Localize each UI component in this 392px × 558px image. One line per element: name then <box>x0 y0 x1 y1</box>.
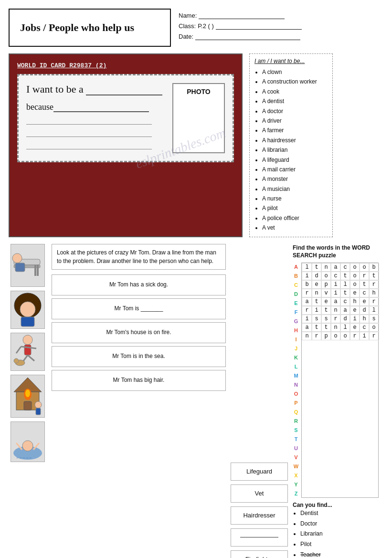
date-line: Date: <box>179 32 302 40</box>
id-card: WORLD ID CARD R29837 (2) I want to be a … <box>9 53 243 237</box>
picture-hair <box>11 291 45 329</box>
id-section: WORLD ID CARD R29837 (2) I want to be a … <box>9 53 383 237</box>
ws-cell-3-1: n <box>311 289 322 297</box>
ws-cell-4-3: a <box>330 297 341 306</box>
alphabet-letter-e: E <box>293 299 299 307</box>
iam-list-item: A doctor <box>262 106 328 116</box>
ws-cell-0-7: b <box>369 263 379 272</box>
svg-rect-19 <box>24 401 32 410</box>
alphabet-letter-t: T <box>293 435 299 443</box>
helper-blank-3 <box>231 528 288 547</box>
ws-cell-1-6: r <box>359 272 370 280</box>
iam-list-item: A lifeguard <box>262 155 328 165</box>
svg-line-12 <box>28 355 34 361</box>
class-underline[interactable] <box>216 22 302 30</box>
alphabet-letter-n: N <box>293 380 299 389</box>
ws-cell-5-7: l <box>369 306 379 315</box>
svg-rect-23 <box>36 408 41 415</box>
svg-point-25 <box>22 441 33 451</box>
iam-list-item: A mail carrier <box>262 165 328 174</box>
can-you-find-title: Can you find... <box>293 502 332 508</box>
ws-cell-2-5: o <box>350 280 360 289</box>
id-because: because <box>26 102 166 112</box>
svg-point-7 <box>20 302 35 317</box>
ws-title: Find the words in the WORD SEARCH puzzle <box>293 244 383 260</box>
find-item-librarian: Librarian <box>300 529 383 539</box>
mr-tom-item: Mr Tom has a sick dog. <box>52 274 226 295</box>
ws-cell-2-4: l <box>340 280 350 289</box>
ws-cell-0-3: a <box>330 263 341 272</box>
can-you-find: Can you find... DentistDoctorLibrarianPi… <box>293 502 383 558</box>
instructions-text: Look at the pictures of crazy Mr Tom. Dr… <box>57 249 216 264</box>
name-underline[interactable] <box>199 11 285 19</box>
ws-cell-8-0: n <box>302 332 312 340</box>
iam-list: A clownA construction workerA cookA dent… <box>254 67 328 233</box>
ws-grid: ltnacoobidoctortbepilotrrnvitechateacher… <box>301 263 379 498</box>
ws-cell-6-3: r <box>330 315 341 323</box>
ws-cell-7-2: t <box>321 323 331 332</box>
alphabet-letter-b: B <box>293 272 299 280</box>
ws-container: ABCDEFGHIJKLMNOPQRSTUVWXYZ ltnacoobidoct… <box>293 263 383 498</box>
ws-cell-2-6: t <box>359 280 370 289</box>
ws-cell-1-5: o <box>350 272 360 280</box>
iam-list-item: A librarian <box>262 145 328 155</box>
page-title: Jobs / People who help us <box>20 21 134 34</box>
ws-cell-7-3: n <box>330 323 341 332</box>
because-fill[interactable] <box>53 111 149 112</box>
iam-list-item: A police officer <box>262 213 328 223</box>
alphabet-letter-c: C <box>293 281 299 289</box>
ws-cell-5-4: a <box>340 306 350 315</box>
ws-cell-5-3: n <box>330 306 341 315</box>
id-card-header: WORLD ID CARD R29837 (2) <box>17 62 234 69</box>
ws-cell-1-2: o <box>321 272 331 280</box>
ws-cell-1-0: i <box>302 272 312 280</box>
ws-cell-1-3: c <box>330 272 341 280</box>
ws-cell-0-6: o <box>359 263 370 272</box>
date-underline[interactable] <box>195 32 300 40</box>
alphabet-letter-k: K <box>293 353 299 362</box>
alphabet-letter-x: X <box>293 471 299 480</box>
iam-list-item: A musician <box>262 184 328 194</box>
ws-cell-2-2: p <box>321 280 331 289</box>
svg-point-4 <box>12 253 22 263</box>
pictures-col: ~ ~ ~ ~ ~ <box>9 244 47 558</box>
ws-cell-6-1: s <box>311 315 322 323</box>
helper-box-4: Firefighter <box>231 550 288 558</box>
class-value: P.2 ( ) <box>198 22 214 30</box>
mr-tom-item: Mr Tom has big hair. <box>52 370 226 391</box>
class-label: Class: <box>179 22 196 30</box>
iam-list-item: A pilot <box>262 203 328 213</box>
ws-cell-1-1: d <box>311 272 322 280</box>
picture-running <box>11 333 45 371</box>
ws-cell-5-2: t <box>321 306 331 315</box>
ws-cell-0-1: t <box>311 263 322 272</box>
alphabet-letter-f: F <box>293 308 299 316</box>
id-card-inner: I want to be a because PHOTO eslprintabl… <box>17 74 234 162</box>
mr-tom-item: Mr Tom's house is on fire. <box>52 322 226 343</box>
alphabet-letter-l: L <box>293 362 299 371</box>
picture-water: ~ ~ ~ ~ ~ <box>11 421 45 462</box>
name-line: Name: <box>179 11 302 19</box>
ws-cell-3-5: e <box>350 289 360 297</box>
svg-point-9 <box>23 335 32 345</box>
helper-box-1: Vet <box>231 484 288 503</box>
iam-list-item: A vet <box>262 223 328 232</box>
want-to-be-fill[interactable] <box>86 95 162 95</box>
name-fields: Name: Class: P.2 ( ) Date: <box>179 9 302 47</box>
ws-cell-2-0: b <box>302 280 312 289</box>
alphabet-letter-d: D <box>293 290 299 298</box>
ws-cell-6-0: i <box>302 315 312 323</box>
iam-list-item: A farmer <box>262 126 328 135</box>
svg-point-21 <box>25 390 30 397</box>
mr-tom-item: Mr Tom is in the sea. <box>52 346 226 367</box>
alphabet-letter-i: I <box>293 335 299 344</box>
ws-cell-2-7: r <box>369 280 379 289</box>
ws-cell-4-6: e <box>359 297 370 306</box>
svg-rect-8 <box>21 317 34 326</box>
svg-line-14 <box>21 347 36 348</box>
ws-cell-4-7: r <box>369 297 379 306</box>
title-box: Jobs / People who help us <box>9 9 171 47</box>
middle-col: Look at the pictures of crazy Mr Tom. Dr… <box>52 244 226 558</box>
ws-cell-6-6: h <box>359 315 370 323</box>
alphabet-letter-g: G <box>293 317 299 326</box>
